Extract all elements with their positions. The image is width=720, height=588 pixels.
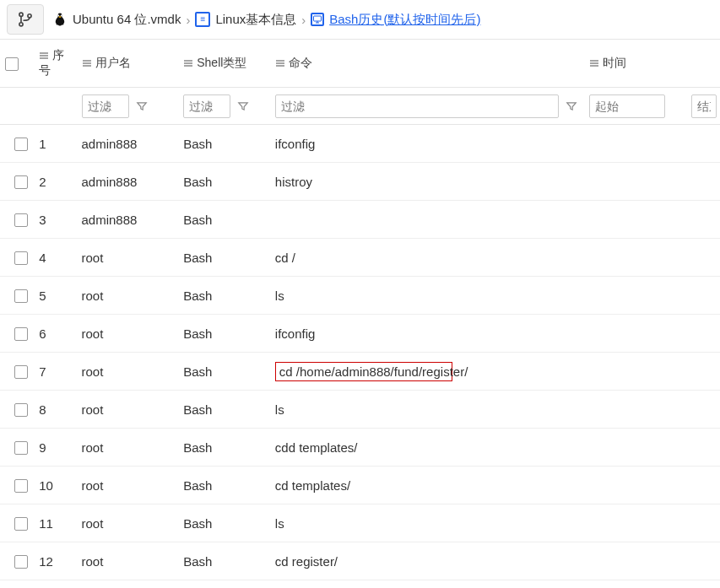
filter-icon[interactable] [134, 99, 149, 114]
header-cmd[interactable]: 命令 [270, 40, 584, 88]
cell-time [584, 201, 686, 239]
table-row[interactable]: 5rootBashls [0, 277, 720, 315]
row-checkbox[interactable] [14, 517, 28, 531]
table-row[interactable]: 3admin888Bash [0, 201, 720, 239]
linux-icon [52, 12, 68, 27]
row-checkbox[interactable] [14, 251, 28, 265]
table-row[interactable]: 1admin888Bashifconfig [0, 125, 720, 163]
column-menu-icon [589, 58, 599, 68]
column-menu-icon [275, 58, 285, 68]
breadcrumb-item-linuxinfo[interactable]: Linux基本信息 [215, 12, 296, 28]
svg-point-3 [58, 15, 60, 17]
git-branch-icon [17, 11, 34, 28]
cell-seq: 9 [34, 429, 76, 467]
row-checkbox[interactable] [14, 289, 28, 303]
table-filter-row [0, 88, 720, 125]
cell-time [584, 353, 686, 391]
cell-cmd: histroy [270, 163, 584, 201]
cell-user: root [77, 504, 179, 542]
breadcrumb-item-vmdk[interactable]: Ubuntu 64 位.vmdk [73, 12, 181, 28]
breadcrumb-item-bashhistory[interactable]: Bash历史(默认按时间先后) [329, 12, 480, 28]
table-header-row: 序号 用户名 Shell类型 命令 时间 [0, 40, 720, 88]
cell-shell: Bash [178, 315, 270, 353]
row-checkbox[interactable] [14, 403, 28, 417]
row-checkbox[interactable] [14, 365, 28, 379]
cell-seq: 12 [34, 542, 76, 580]
table-row[interactable]: 6rootBashifconfig [0, 315, 720, 353]
svg-point-4 [61, 15, 62, 17]
cell-shell: Bash [178, 353, 270, 391]
cell-shell: Bash [178, 391, 270, 429]
cell-shell: Bash [178, 277, 270, 315]
cell-seq: 7 [34, 353, 76, 391]
breadcrumb-separator: › [301, 13, 306, 27]
cell-seq: 4 [34, 239, 76, 277]
table-row[interactable]: 9rootBashcdd templates/ [0, 429, 720, 467]
table-row[interactable]: 2admin888Bashhistroy [0, 163, 720, 201]
breadcrumb-separator: › [186, 13, 190, 27]
row-checkbox[interactable] [14, 213, 28, 227]
header-shell[interactable]: Shell类型 [178, 40, 270, 88]
row-checkbox[interactable] [14, 555, 28, 569]
cell-user: root [77, 353, 179, 391]
monitor-icon [311, 13, 324, 26]
table-row[interactable]: 7rootBashcd /home/admin888/fund/register… [0, 353, 720, 391]
cell-seq: 1 [34, 125, 76, 163]
filter-time-end-input[interactable] [691, 94, 717, 118]
cell-time [584, 504, 686, 542]
filter-time-start-input[interactable] [589, 94, 665, 118]
cell-shell: Bash [178, 125, 270, 163]
row-checkbox[interactable] [14, 479, 28, 493]
filter-icon[interactable] [564, 99, 579, 114]
cell-time [584, 277, 686, 315]
select-all-checkbox[interactable] [5, 57, 19, 71]
cell-shell: Bash [178, 542, 270, 580]
cell-seq: 10 [34, 467, 76, 504]
cell-time [584, 163, 686, 201]
cell-user: root [77, 277, 179, 315]
cell-user: admin888 [77, 163, 179, 201]
row-checkbox[interactable] [14, 441, 28, 455]
filter-user-input[interactable] [82, 94, 129, 118]
cell-seq: 6 [34, 315, 76, 353]
svg-rect-5 [314, 16, 322, 21]
table-row[interactable]: 11rootBashls [0, 504, 720, 542]
cell-shell: Bash [178, 163, 270, 201]
document-icon: ≡ [195, 12, 210, 27]
cell-user: root [77, 429, 179, 467]
header-time[interactable]: 时间 [584, 40, 686, 88]
svg-point-2 [28, 14, 31, 18]
row-checkbox[interactable] [14, 175, 28, 189]
cell-time [584, 429, 686, 467]
cell-time [584, 391, 686, 429]
table-row[interactable]: 4rootBashcd / [0, 239, 720, 277]
row-checkbox[interactable] [14, 138, 28, 151]
data-table-wrapper: 序号 用户名 Shell类型 命令 时间 [0, 39, 720, 580]
cell-shell: Bash [178, 467, 270, 504]
filter-cmd-input[interactable] [275, 94, 559, 118]
column-menu-icon [39, 51, 49, 61]
table-row[interactable]: 12rootBashcd register/ [0, 542, 720, 580]
header-user[interactable]: 用户名 [77, 40, 179, 88]
column-menu-icon [183, 58, 193, 68]
cell-cmd: cdd templates/ [270, 429, 584, 467]
header-seq[interactable]: 序号 [34, 40, 76, 88]
filter-icon[interactable] [235, 99, 251, 114]
bash-history-table: 序号 用户名 Shell类型 命令 时间 [0, 40, 720, 580]
cell-user: root [77, 542, 179, 580]
cell-seq: 2 [34, 163, 76, 201]
cell-seq: 11 [34, 504, 76, 542]
filter-shell-input[interactable] [183, 94, 230, 118]
svg-point-1 [19, 23, 23, 26]
cell-user: root [77, 315, 179, 353]
cell-time [584, 315, 686, 353]
cell-user: admin888 [77, 201, 179, 239]
row-checkbox[interactable] [14, 327, 28, 341]
table-row[interactable]: 10rootBashcd templates/ [0, 467, 720, 504]
header-checkbox-cell [0, 40, 34, 88]
cell-seq: 5 [34, 277, 76, 315]
cell-user: root [77, 467, 179, 504]
table-row[interactable]: 8rootBashls [0, 391, 720, 429]
cell-seq: 3 [34, 201, 76, 239]
git-branch-button[interactable] [7, 4, 44, 35]
